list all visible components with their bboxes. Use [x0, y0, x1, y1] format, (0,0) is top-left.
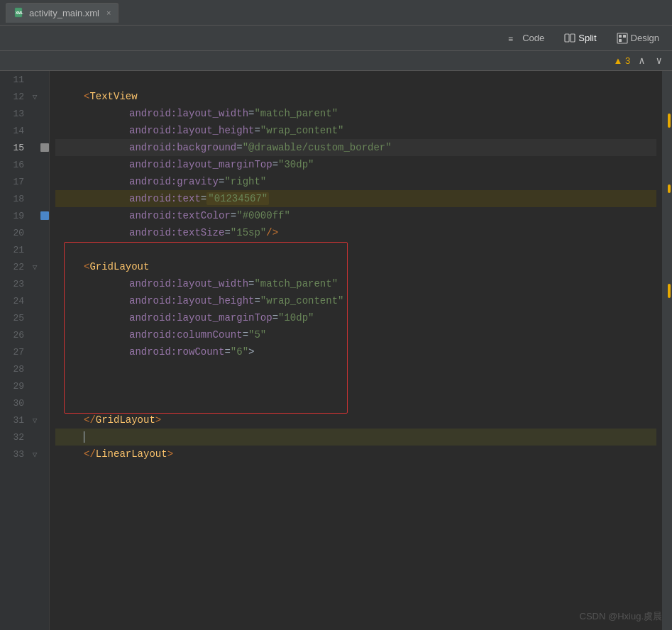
line-num-27: 27	[0, 347, 30, 358]
scroll-indicator-1	[668, 114, 671, 128]
gutter-row-29: 29	[0, 377, 49, 394]
code-line-31: </GridLayout>	[55, 411, 656, 429]
line-num-20: 20	[0, 228, 30, 238]
scroll-indicator-3	[668, 284, 671, 298]
nav-down-button[interactable]: ∨	[654, 53, 665, 68]
line-num-19: 19	[0, 211, 30, 221]
line-num-26: 26	[0, 330, 30, 341]
line-num-24: 24	[0, 296, 30, 306]
code-line-22: <GridLayout	[55, 258, 656, 275]
code-line-14: android:layout_height="wrap_content"	[55, 122, 656, 139]
svg-rect-7	[623, 35, 626, 38]
gutter-row-21: 21	[0, 241, 49, 258]
split-button[interactable]: Split	[560, 31, 600, 46]
line-num-22: 22	[0, 262, 30, 272]
gutter-row-16: 16	[0, 156, 49, 173]
gutter-row-27: 27	[0, 343, 49, 360]
code-line-11	[55, 71, 656, 88]
line-num-13: 13	[0, 109, 30, 119]
code-line-12: <TextView	[55, 88, 656, 105]
gutter-row-11: 11	[0, 71, 49, 88]
tab-close-button[interactable]: ×	[106, 9, 111, 17]
gutter-row-17: 17	[0, 173, 49, 190]
code-editor[interactable]: <TextView android:layout_width="match_pa…	[50, 71, 662, 630]
warning-count: ▲ 3	[613, 55, 630, 66]
code-button[interactable]: ≡ Code	[504, 31, 549, 46]
code-icon: ≡	[508, 33, 519, 44]
code-line-20: android:textSize="15sp"/>	[55, 224, 656, 241]
code-line-17: android:gravity="right"	[55, 173, 656, 190]
code-line-27: android:rowCount="6" >	[55, 343, 656, 360]
line-num-15: 15	[0, 143, 30, 153]
gutter-row-32: 32	[0, 429, 49, 446]
gutter-row-19: 19	[0, 207, 49, 224]
svg-rect-8	[619, 39, 622, 42]
gutter-row-24: 24	[0, 292, 49, 309]
gutter-row-26: 26	[0, 326, 49, 343]
svg-rect-3	[565, 34, 569, 42]
gutter-row-28: 28	[0, 360, 49, 377]
minimap-gutter	[662, 71, 672, 630]
code-line-18: android:text="01234567"	[55, 190, 656, 207]
svg-text:XML: XML	[16, 11, 23, 15]
xml-file-icon: XML	[13, 7, 25, 18]
line-num-16: 16	[0, 160, 30, 170]
svg-rect-5	[617, 33, 627, 43]
svg-rect-6	[619, 35, 622, 38]
code-line-33: </LinearLayout>	[55, 446, 656, 463]
code-line-30	[55, 394, 656, 411]
scroll-indicator-2	[668, 184, 671, 193]
line-num-33: 33	[0, 449, 30, 460]
line-num-28: 28	[0, 364, 30, 375]
editor-container: 11 12 ▽ 13 14 15	[0, 71, 672, 630]
file-tab[interactable]: XML activity_main.xml ×	[6, 3, 119, 23]
toolbar: ≡ Code Split Design	[0, 26, 672, 51]
nav-up-button[interactable]: ∧	[636, 53, 647, 68]
design-icon	[617, 33, 628, 44]
svg-text:≡: ≡	[508, 34, 513, 44]
line-num-14: 14	[0, 126, 30, 136]
line-num-30: 30	[0, 398, 30, 409]
code-line-21	[55, 241, 656, 258]
gutter-row-23: 23	[0, 275, 49, 292]
tab-filename: activity_main.xml	[29, 8, 99, 18]
line-num-18: 18	[0, 194, 30, 204]
split-icon	[564, 33, 575, 44]
design-button[interactable]: Design	[612, 31, 663, 46]
gutter-row-20: 20	[0, 224, 49, 241]
line-num-17: 17	[0, 177, 30, 187]
line-num-25: 25	[0, 313, 30, 324]
warning-bar: ▲ 3 ∧ ∨	[0, 51, 672, 71]
gutter-row-31: 31 ▽	[0, 411, 49, 429]
line-num-21: 21	[0, 245, 30, 255]
code-line-19: android:textColor="#0000ff"	[55, 207, 656, 224]
gutter-row-13: 13	[0, 105, 49, 122]
code-line-16: android:layout_marginTop="30dp"	[55, 156, 656, 173]
code-line-13: android:layout_width="match_parent"	[55, 105, 656, 122]
line-num-32: 32	[0, 432, 30, 443]
gutter-row-15: 15	[0, 139, 49, 156]
line-num-11: 11	[0, 74, 30, 85]
code-line-32	[55, 429, 656, 446]
code-line-26: android:columnCount="5"	[55, 326, 656, 343]
code-line-28	[55, 360, 656, 377]
gutter-row-12: 12 ▽	[0, 88, 49, 105]
line-num-23: 23	[0, 279, 30, 289]
code-line-15: android:background="@drawable/custom_bor…	[55, 139, 656, 156]
line-num-31: 31	[0, 415, 30, 426]
line-num-12: 12	[0, 92, 30, 102]
line-number-gutter: 11 12 ▽ 13 14 15	[0, 71, 50, 630]
gutter-row-30: 30	[0, 394, 49, 411]
watermark: CSDN @Hxiug.虞晨	[580, 610, 663, 623]
code-line-29	[55, 377, 656, 394]
gutter-row-25: 25	[0, 309, 49, 326]
code-line-23: android:layout_width="match_parent"	[55, 275, 656, 292]
code-line-24: android:layout_height="wrap_content"	[55, 292, 656, 309]
svg-rect-4	[571, 34, 575, 42]
gutter-row-14: 14	[0, 122, 49, 139]
tab-bar: XML activity_main.xml ×	[0, 0, 672, 26]
line-num-29: 29	[0, 381, 30, 392]
gutter-row-22: 22 ▽	[0, 258, 49, 275]
gutter-row-33: 33 ▽	[0, 446, 49, 463]
code-line-25: android:layout_marginTop="10dp"	[55, 309, 656, 326]
